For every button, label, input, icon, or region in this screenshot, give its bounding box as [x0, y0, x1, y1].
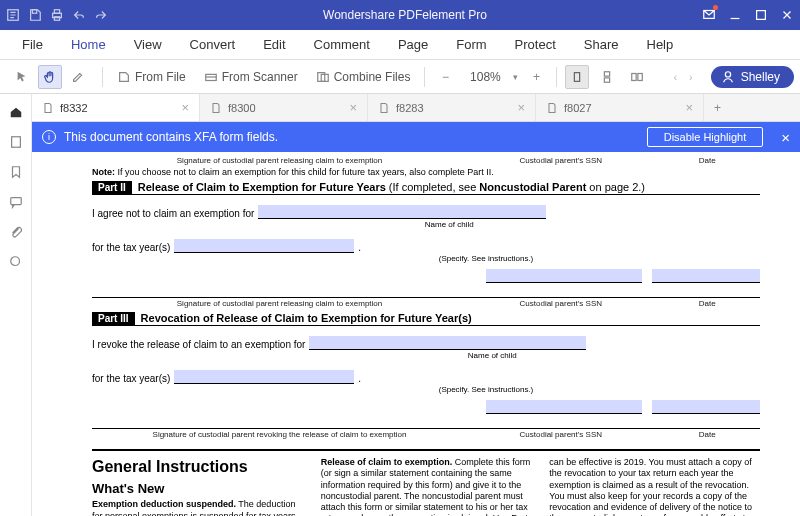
- svg-point-15: [725, 71, 730, 76]
- form-field-date-2[interactable]: [652, 400, 760, 414]
- menu-edit[interactable]: Edit: [249, 31, 299, 58]
- menu-help[interactable]: Help: [633, 31, 688, 58]
- minimize-button[interactable]: [728, 8, 742, 22]
- zoom-input[interactable]: [463, 70, 507, 84]
- document-viewport[interactable]: Signature of custodial parent releasing …: [32, 152, 800, 516]
- ssn-caption: Custodial parent's SSN: [467, 156, 655, 165]
- pdf-page: Signature of custodial parent releasing …: [32, 152, 800, 516]
- instructions: General Instructions What's New Exemptio…: [92, 457, 760, 516]
- home-icon[interactable]: [8, 104, 24, 120]
- form-field-child-name-2[interactable]: [309, 336, 586, 350]
- part2-label: Part II: [92, 181, 132, 194]
- banner-message: This document contains XFA form fields.: [64, 130, 278, 144]
- sig-row-mid: Signature of custodial parent releasing …: [92, 297, 760, 308]
- specify-caption: (Specify. See instructions.): [212, 254, 760, 263]
- divider: [102, 67, 103, 87]
- part3-label: Part III: [92, 312, 135, 325]
- close-icon[interactable]: ×: [181, 100, 189, 115]
- edit-tool[interactable]: [66, 65, 90, 89]
- banner-close-icon[interactable]: ×: [781, 129, 790, 146]
- col3: can be effective is 2019. You must attac…: [549, 457, 760, 516]
- from-file-label: From File: [135, 70, 186, 84]
- from-scanner-label: From Scanner: [222, 70, 298, 84]
- attachments-icon[interactable]: [8, 224, 24, 240]
- p2-years-line: for the tax year(s) .: [92, 239, 760, 253]
- part2-header: Part II Release of Claim to Exemption fo…: [92, 181, 760, 195]
- p3-years-line: for the tax year(s) .: [92, 370, 760, 384]
- menu-convert[interactable]: Convert: [176, 31, 250, 58]
- close-icon[interactable]: ×: [685, 100, 693, 115]
- form-field-date[interactable]: [652, 269, 760, 283]
- p2-agree-line: I agree not to claim an exemption for: [92, 205, 760, 219]
- form-field-ssn-2[interactable]: [486, 400, 642, 414]
- viewmode-facing-button[interactable]: [625, 65, 649, 89]
- form-field-tax-years[interactable]: [174, 239, 354, 253]
- svg-rect-10: [575, 72, 580, 81]
- info-icon: i: [42, 130, 56, 144]
- save-icon[interactable]: [28, 8, 42, 22]
- name-of-child-caption: Name of child: [375, 351, 610, 360]
- form-field-tax-years-2[interactable]: [174, 370, 354, 384]
- main: f8332× f8300× f8283× f8027× + i This doc…: [0, 94, 800, 516]
- tab-f8300[interactable]: f8300×: [200, 94, 368, 121]
- tab-f8332[interactable]: f8332×: [32, 94, 200, 121]
- print-icon[interactable]: [50, 8, 64, 22]
- menu-home[interactable]: Home: [57, 31, 120, 58]
- maximize-button[interactable]: [754, 8, 768, 22]
- sig-row-bot: Signature of custodial parent revoking t…: [92, 428, 760, 439]
- menu-form[interactable]: Form: [442, 31, 500, 58]
- tab-f8283[interactable]: f8283×: [368, 94, 536, 121]
- menu-protect[interactable]: Protect: [501, 31, 570, 58]
- form-field-child-name[interactable]: [258, 205, 546, 219]
- hand-tool[interactable]: [38, 65, 62, 89]
- svg-rect-3: [54, 10, 59, 14]
- release-body: Release of claim to exemption. Complete …: [321, 457, 532, 516]
- specify-caption: (Specify. See instructions.): [212, 385, 760, 394]
- add-tab-button[interactable]: +: [704, 101, 731, 115]
- zoom-out-button[interactable]: −: [433, 65, 457, 89]
- zoom-dropdown-icon[interactable]: ▾: [513, 72, 518, 82]
- svg-rect-13: [632, 73, 636, 80]
- whats-new-body: Exemption deduction suspended. The deduc…: [92, 499, 303, 516]
- toolbar-next-icon[interactable]: ›: [689, 71, 693, 83]
- zoom-in-button[interactable]: +: [524, 65, 548, 89]
- file-icon: [210, 102, 222, 114]
- close-icon[interactable]: ×: [349, 100, 357, 115]
- disable-highlight-button[interactable]: Disable Highlight: [647, 127, 764, 147]
- viewmode-continuous-button[interactable]: [595, 65, 619, 89]
- close-button[interactable]: [780, 8, 794, 22]
- comments-icon[interactable]: [8, 194, 24, 210]
- close-icon[interactable]: ×: [517, 100, 525, 115]
- thumbnails-icon[interactable]: [8, 134, 24, 150]
- menu-share[interactable]: Share: [570, 31, 633, 58]
- toolbar-prev-icon[interactable]: ‹: [673, 71, 677, 83]
- tab-f8027[interactable]: f8027×: [536, 94, 704, 121]
- combine-label: Combine Files: [334, 70, 411, 84]
- viewmode-single-button[interactable]: [565, 65, 589, 89]
- col3-body: can be effective is 2019. You must attac…: [549, 457, 760, 516]
- col2: Release of claim to exemption. Complete …: [321, 457, 532, 516]
- tab-label: f8283: [396, 102, 424, 114]
- redo-icon[interactable]: [94, 8, 108, 22]
- menu-page[interactable]: Page: [384, 31, 442, 58]
- tab-label: f8332: [60, 102, 88, 114]
- menu-comment[interactable]: Comment: [300, 31, 384, 58]
- menu-view[interactable]: View: [120, 31, 176, 58]
- form-field-ssn[interactable]: [486, 269, 642, 283]
- undo-icon[interactable]: [72, 8, 86, 22]
- p3-revoke-line: I revoke the release of claim to an exem…: [92, 336, 760, 350]
- titlebar-right-icons: [702, 7, 794, 24]
- svg-rect-4: [54, 17, 59, 21]
- part2-title: Release of Claim to Exemption for Future…: [138, 181, 645, 193]
- combine-button[interactable]: Combine Files: [310, 66, 417, 88]
- file-icon: [378, 102, 390, 114]
- user-pill[interactable]: Shelley: [711, 66, 794, 88]
- mail-icon[interactable]: [702, 7, 716, 24]
- from-scanner-button[interactable]: From Scanner: [198, 66, 304, 88]
- bookmark-icon[interactable]: [8, 164, 24, 180]
- from-file-button[interactable]: From File: [111, 66, 192, 88]
- menu-file[interactable]: File: [8, 31, 57, 58]
- select-tool[interactable]: [10, 65, 34, 89]
- app-title: Wondershare PDFelement Pro: [108, 8, 702, 22]
- search-icon[interactable]: [8, 254, 24, 270]
